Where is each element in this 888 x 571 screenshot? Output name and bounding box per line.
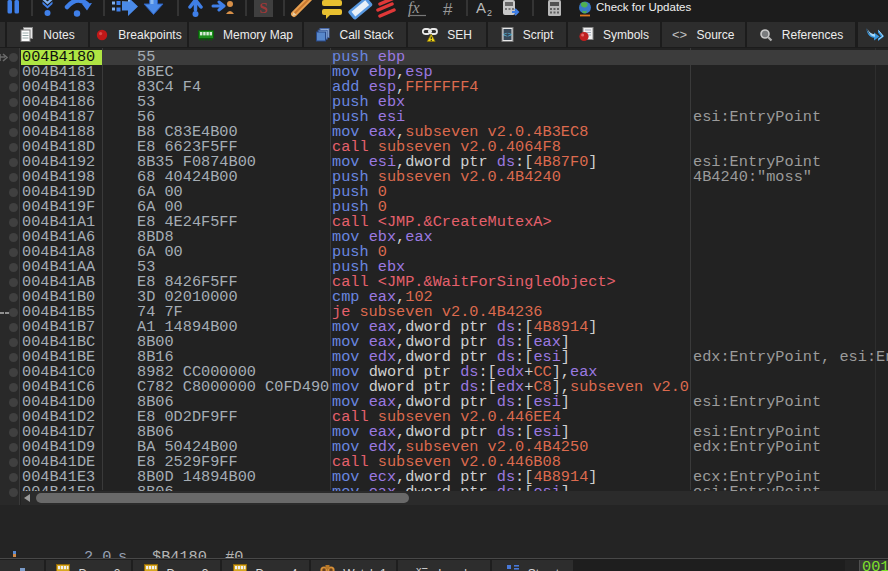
svg-text:<>: <> bbox=[502, 30, 512, 39]
svg-text:<>: <> bbox=[672, 28, 687, 41]
svg-text:x=: x= bbox=[416, 564, 428, 571]
svg-text:A: A bbox=[476, 0, 486, 16]
svg-text:#: # bbox=[443, 0, 453, 19]
svg-text:S: S bbox=[259, 0, 267, 16]
svg-text:2: 2 bbox=[487, 8, 492, 18]
svg-text:fx: fx bbox=[408, 0, 420, 17]
